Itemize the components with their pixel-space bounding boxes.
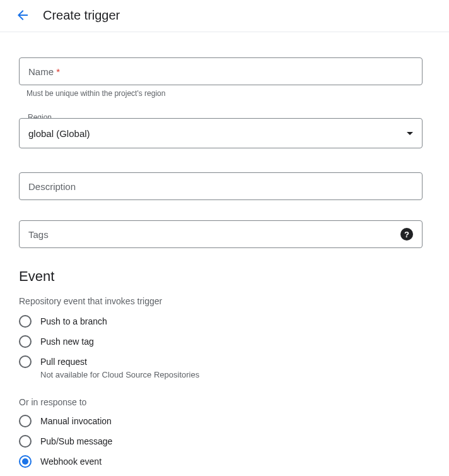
back-button[interactable] (15, 8, 30, 23)
radio-push-branch[interactable]: Push to a branch (19, 315, 430, 328)
radio-icon (19, 455, 32, 468)
radio-sublabel: Not available for Cloud Source Repositor… (40, 369, 199, 381)
page-title: Create trigger (43, 8, 120, 23)
tags-input[interactable]: Tags ? (19, 220, 423, 248)
radio-push-tag[interactable]: Push new tag (19, 335, 430, 348)
name-helper-text: Must be unique within the project's regi… (26, 89, 430, 98)
radio-manual-invocation[interactable]: Manual invocation (19, 415, 430, 427)
radio-label: Manual invocation (40, 415, 112, 427)
tags-placeholder: Tags (28, 229, 49, 240)
region-select[interactable]: global (Global) (19, 118, 423, 148)
radio-icon (19, 315, 32, 328)
help-icon[interactable]: ? (400, 228, 413, 241)
region-value: global (Global) (28, 128, 90, 139)
response-event-radio-group: Manual invocation Pub/Sub message Webhoo… (19, 415, 430, 468)
radio-label: Webhook event (40, 455, 102, 468)
radio-icon (19, 415, 32, 427)
form-content: Name * Must be unique within the project… (0, 32, 449, 476)
radio-pubsub-message[interactable]: Pub/Sub message (19, 435, 430, 448)
name-input[interactable]: Name * (19, 57, 423, 85)
radio-label: Pub/Sub message (40, 435, 112, 448)
repo-event-radio-group: Push to a branch Push new tag Pull reque… (19, 315, 430, 381)
radio-label: Push to a branch (40, 315, 107, 328)
event-section-subtitle: Repository event that invokes trigger (19, 296, 430, 306)
name-placeholder: Name * (28, 58, 60, 85)
arrow-back-icon (15, 8, 30, 23)
radio-label: Push new tag (40, 335, 94, 348)
or-label: Or in response to (19, 397, 430, 407)
chevron-down-icon (407, 132, 413, 135)
description-field-wrapper (19, 172, 430, 200)
radio-icon (19, 435, 32, 448)
radio-icon (19, 335, 32, 348)
region-field-wrapper: Region global (Global) (19, 118, 430, 148)
name-field-wrapper: Name * Must be unique within the project… (19, 57, 430, 98)
description-input[interactable] (19, 172, 423, 200)
radio-icon (19, 355, 32, 368)
radio-label: Pull request (40, 355, 199, 368)
radio-webhook-event[interactable]: Webhook event (19, 455, 430, 468)
radio-pull-request[interactable]: Pull request Not available for Cloud Sou… (19, 355, 430, 381)
event-section-title: Event (19, 268, 430, 285)
required-indicator: * (56, 66, 60, 77)
tags-field-wrapper: Tags ? (19, 220, 430, 248)
header: Create trigger (0, 0, 449, 32)
